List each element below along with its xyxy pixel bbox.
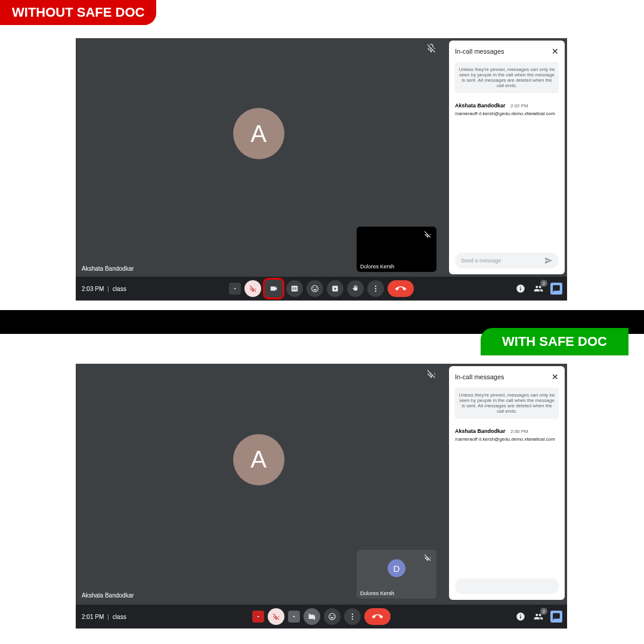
mic-button[interactable] <box>268 608 284 625</box>
right-controls: 2 <box>515 283 562 295</box>
info-button[interactable] <box>515 611 527 623</box>
svg-point-5 <box>352 618 353 620</box>
with-safe-doc-label: WITH SAFE DOC <box>481 328 628 355</box>
self-view-name: Dolores Kersh <box>360 264 394 270</box>
separator: | <box>107 614 109 620</box>
chat-title: In-call messages <box>455 48 504 55</box>
mic-off-icon <box>423 553 433 563</box>
send-icon[interactable] <box>544 256 553 265</box>
chat-button[interactable] <box>550 611 562 623</box>
chat-panel: In-call messages ✕ Unless they're pinned… <box>449 366 565 600</box>
close-icon[interactable]: ✕ <box>552 372 559 382</box>
svg-point-4 <box>352 616 353 617</box>
video-options-caret[interactable] <box>288 611 300 623</box>
clock: 2:01 PM <box>82 614 104 620</box>
chat-message: Akshata Bandodkar 2:02 PM /cameraoff d.k… <box>455 99 559 116</box>
chat-title: In-call messages <box>455 373 504 380</box>
info-button[interactable] <box>515 283 527 295</box>
bottom-bar: 2:03 PM | class <box>76 277 567 301</box>
presenter-avatar: A <box>233 108 284 159</box>
mic-off-icon <box>423 230 433 240</box>
room-name: class <box>113 614 126 620</box>
svg-point-2 <box>375 290 376 292</box>
participant-count: 2 <box>540 608 547 615</box>
chat-input[interactable]: Send a message <box>455 253 559 268</box>
room-name: class <box>113 286 126 292</box>
right-controls: 2 <box>515 611 562 623</box>
video-area: A Dolores Kersh Akshata Bandodkar <box>76 38 441 277</box>
meet-window-without: A Dolores Kersh Akshata Bandodkar In-cal… <box>76 38 567 301</box>
mic-off-icon <box>426 43 436 54</box>
message-author: Akshata Bandodkar <box>455 103 506 109</box>
svg-point-3 <box>352 614 353 615</box>
presenter-name: Akshata Bandodkar <box>82 265 134 272</box>
emoji-button[interactable] <box>324 608 340 625</box>
chat-notice: Unless they're pinned, messages can only… <box>455 388 559 419</box>
clock: 2:03 PM <box>82 286 104 292</box>
captions-button[interactable] <box>286 280 303 297</box>
presenter-name: Akshata Bandodkar <box>82 592 134 599</box>
self-view-name: Dolores Kersh <box>360 590 394 596</box>
message-author: Akshata Bandodkar <box>455 428 506 434</box>
end-call-button[interactable] <box>388 280 414 297</box>
center-controls <box>229 280 414 298</box>
separator: | <box>107 286 109 292</box>
svg-point-0 <box>375 286 376 287</box>
message-body: /cameraoff d.kersh@gedu.demo.xfanatical.… <box>455 436 559 442</box>
meet-window-with: A D Dolores Kersh Akshata Bandodkar In-c… <box>76 364 567 628</box>
raise-hand-button[interactable] <box>347 280 364 297</box>
people-button[interactable]: 2 <box>532 283 544 295</box>
camera-button[interactable] <box>265 280 283 298</box>
time-room: 2:03 PM | class <box>82 286 126 292</box>
chat-button[interactable] <box>550 283 562 295</box>
more-options-button[interactable] <box>367 280 384 297</box>
message-body: /cameraoff d.kersh@gedu.demo.xfanatical.… <box>455 111 559 116</box>
chat-notice: Unless they're pinned, messages can only… <box>455 62 559 93</box>
video-area: A D Dolores Kersh Akshata Bandodkar <box>76 364 441 603</box>
mic-button[interactable] <box>244 280 261 297</box>
without-safe-doc-label: WITHOUT SAFE DOC <box>0 0 156 25</box>
camera-off-button[interactable] <box>304 608 320 625</box>
end-call-button[interactable] <box>364 608 391 625</box>
bottom-bar: 2:01 PM | class <box>76 605 567 628</box>
time-room: 2:01 PM | class <box>82 614 126 620</box>
mic-off-icon <box>426 369 436 379</box>
chat-message: Akshata Bandodkar 2:00 PM /cameraoff d.k… <box>455 425 559 442</box>
chat-panel: In-call messages ✕ Unless they're pinned… <box>449 41 565 274</box>
more-options-button[interactable] <box>344 608 361 625</box>
self-view-tile[interactable]: D Dolores Kersh <box>357 550 436 599</box>
chat-placeholder: Send a message <box>461 258 501 264</box>
people-button[interactable]: 2 <box>532 611 544 623</box>
audio-options-caret[interactable] <box>229 283 241 295</box>
self-avatar: D <box>388 559 405 577</box>
message-time: 2:00 PM <box>510 429 528 434</box>
present-button[interactable] <box>327 280 343 297</box>
message-time: 2:02 PM <box>510 103 528 109</box>
participant-count: 2 <box>540 280 547 287</box>
self-view-tile[interactable]: Dolores Kersh <box>357 227 436 272</box>
svg-point-1 <box>375 288 376 289</box>
presenter-avatar: A <box>233 434 284 485</box>
center-controls <box>252 608 391 625</box>
chat-input[interactable] <box>455 578 559 594</box>
audio-options-caret[interactable] <box>252 611 264 623</box>
close-icon[interactable]: ✕ <box>552 47 559 56</box>
emoji-button[interactable] <box>306 280 323 297</box>
